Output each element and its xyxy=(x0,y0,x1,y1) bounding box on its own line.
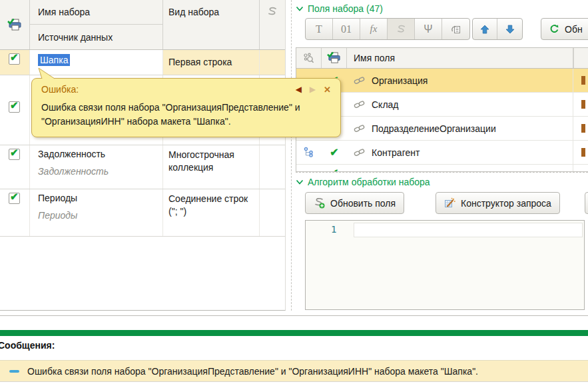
check-icon: ✔ xyxy=(330,146,338,159)
set-kind-cell[interactable]: Многострочная коллекция xyxy=(163,145,260,189)
message-row[interactable]: Ошибка связи поля набора "ОрганизацияПре… xyxy=(0,360,588,382)
restore-fields-button[interactable] xyxy=(442,19,469,39)
add-group-field-button[interactable]: Ψ xyxy=(415,19,442,39)
psi-icon: Ψ xyxy=(424,23,432,35)
row-checkbox[interactable]: ✔ xyxy=(0,75,30,145)
move-down-button[interactable] xyxy=(497,19,522,39)
arrow-up-icon xyxy=(480,25,489,34)
chain-link-icon xyxy=(354,148,366,157)
dataset-row-zadolzhennost[interactable]: ✔ Задолженность Задолженность Многостроч… xyxy=(0,145,285,189)
chevron-down-icon xyxy=(296,6,304,12)
fields-table-header: Имя поля xyxy=(296,48,588,69)
set-name-cell[interactable]: Периоды Периоды xyxy=(30,189,163,236)
cut-off-button[interactable] xyxy=(585,192,588,214)
use-column-header[interactable] xyxy=(0,0,30,49)
chain-link-icon xyxy=(354,124,366,133)
row-checkbox[interactable]: ✔ xyxy=(0,189,30,236)
check-icon: ✔ xyxy=(10,51,19,63)
script-icon xyxy=(396,25,407,34)
role-search-icon xyxy=(303,53,314,63)
tooltip-tail xyxy=(37,67,57,79)
datasets-table: Имя набора Источник данных Вид набора ✔ … xyxy=(0,0,286,311)
hierarchy-icon xyxy=(304,147,314,158)
section-splitter[interactable] xyxy=(296,172,588,173)
set-name: Задолженность xyxy=(38,149,162,159)
check-icon: ✔ xyxy=(10,147,19,159)
panel-splitter[interactable] xyxy=(291,0,292,311)
set-name-cell[interactable]: Задолженность Задолженность xyxy=(30,145,163,189)
prev-error-button[interactable]: ◀ xyxy=(296,85,302,94)
printer-check-icon xyxy=(327,51,342,65)
chain-link-icon xyxy=(354,76,366,85)
refresh-icon xyxy=(549,24,559,34)
col-header-set-name[interactable]: Имя набора xyxy=(30,0,162,25)
chain-link-icon xyxy=(354,100,366,109)
add-number-field-button[interactable]: 01 xyxy=(333,19,360,39)
field-name: Склад xyxy=(372,99,399,110)
role-column-header[interactable] xyxy=(296,48,322,68)
chevron-down-icon xyxy=(296,179,304,185)
move-up-button[interactable] xyxy=(473,19,497,39)
message-text: Ошибка связи поля набора "ОрганизацияПре… xyxy=(27,366,478,377)
script-icon xyxy=(266,7,278,17)
col-header-cut xyxy=(573,48,588,68)
algorithm-code-editor[interactable]: 1 xyxy=(305,220,585,310)
check-icon: ✔ xyxy=(10,99,19,111)
row-checkbox[interactable]: ✔ xyxy=(0,50,30,75)
add-expression-field-button[interactable]: fx xyxy=(360,19,388,39)
type-cell-cut xyxy=(581,100,585,109)
close-tooltip-button[interactable]: ✕ xyxy=(324,85,331,95)
set-source: Задолженность xyxy=(38,166,162,177)
next-error-button[interactable]: ▶ xyxy=(310,85,316,94)
fields-group-title: Поля набора (47) xyxy=(308,3,383,14)
field-name: Контрагент xyxy=(372,147,420,158)
set-kind-cell[interactable]: Соединение строк ("; ") xyxy=(163,189,260,236)
field-name: Организация xyxy=(372,75,428,86)
script-plus-icon xyxy=(314,197,325,209)
field-row-kontragent[interactable]: ✔ Контрагент xyxy=(296,141,588,165)
use-column-header[interactable] xyxy=(322,48,347,68)
col-header-field-name[interactable]: Имя поля xyxy=(347,48,573,68)
datasets-table-header: Имя набора Источник данных Вид набора xyxy=(0,0,285,50)
text-field-icon: T xyxy=(316,23,322,35)
refresh-button[interactable]: Обн xyxy=(541,18,588,40)
fields-group-header[interactable]: Поля набора (47) xyxy=(296,3,383,14)
check-icon: ✔ xyxy=(330,167,338,172)
field-row-partial[interactable]: ✔ xyxy=(296,165,588,171)
set-source: Периоды xyxy=(38,210,162,221)
document-refresh-icon xyxy=(450,24,461,35)
wand-grid-icon xyxy=(444,197,455,209)
printer-check-icon xyxy=(7,18,23,32)
script-field-button[interactable] xyxy=(388,19,415,39)
green-separator-bar xyxy=(0,330,588,336)
update-fields-label: Обновить поля xyxy=(330,198,396,209)
algorithm-group-header[interactable]: Алгоритм обработки набора xyxy=(296,177,430,187)
query-constructor-button[interactable]: Конструктор запроса xyxy=(436,192,560,214)
update-fields-button[interactable]: Обновить поля xyxy=(305,192,404,214)
error-tooltip: Ошибка: ◀ ▶ ✕ Ошибка связи поля набора "… xyxy=(31,78,341,137)
line-number: 1 xyxy=(331,224,336,235)
type-cell-cut xyxy=(581,124,585,133)
current-line-highlight xyxy=(354,223,583,237)
col-header-data-source[interactable]: Источник данных xyxy=(30,25,162,50)
messages-title: Сообщения: xyxy=(0,340,55,351)
check-icon: ✔ xyxy=(10,191,19,203)
row-checkbox[interactable]: ✔ xyxy=(0,145,30,189)
tooltip-title: Ошибка: xyxy=(41,84,296,95)
fields-toolbar: T 01 fx Ψ xyxy=(305,18,470,40)
col-header-script[interactable] xyxy=(260,0,285,49)
query-constructor-label: Конструктор запроса xyxy=(461,198,551,209)
algorithm-group-title: Алгоритм обработки набора xyxy=(308,177,430,187)
tooltip-message: Ошибка связи поля набора "ОрганизацияПре… xyxy=(41,101,331,129)
field-name: ПодразделениеОрганизации xyxy=(372,123,496,134)
add-text-field-button[interactable]: T xyxy=(306,19,333,39)
type-cell-cut xyxy=(581,148,585,157)
arrow-down-icon xyxy=(505,25,515,34)
set-name-editing[interactable]: Шапка xyxy=(38,54,70,66)
dataset-row-periody[interactable]: ✔ Периоды Периоды Соединение строк ("; "… xyxy=(0,189,285,237)
col-header-set-kind[interactable]: Вид набора xyxy=(163,0,260,49)
dataset-designer-window: Имя набора Источник данных Вид набора ✔ … xyxy=(0,0,588,388)
number-field-icon: 01 xyxy=(341,23,352,35)
set-kind-cell[interactable]: Первая строка xyxy=(163,50,260,75)
type-cell-cut xyxy=(581,76,585,85)
